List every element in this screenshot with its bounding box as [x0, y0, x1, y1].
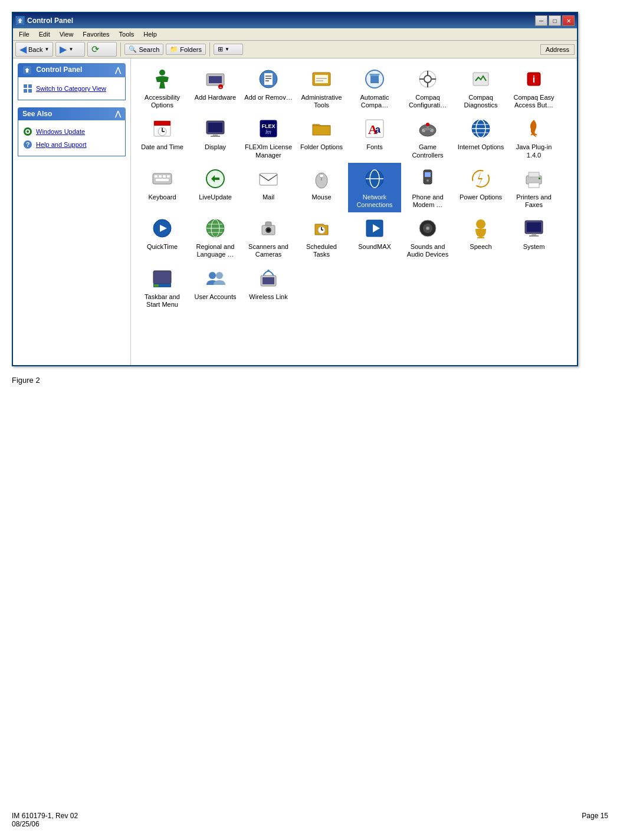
icon-img-16 — [150, 166, 175, 191]
icon-item-keyboard[interactable]: Keyboard — [136, 163, 189, 212]
icon-item-internet-options[interactable]: Internet Options — [454, 113, 507, 162]
svg-rect-58 — [159, 175, 162, 178]
sidebar-panel-2-chevron[interactable]: ⋀ — [115, 110, 121, 118]
icon-item-wireless-link[interactable]: Wireless Link — [242, 262, 295, 312]
menu-file[interactable]: File — [15, 29, 33, 39]
icon-item-soundmax[interactable]: SoundMAX — [348, 212, 401, 262]
icon-item-scheduled-tasks[interactable]: Scheduled Tasks — [295, 212, 348, 262]
forward-button[interactable]: ▶ ▼ — [55, 42, 85, 57]
icon-label-5: Compaq Configurati… — [404, 94, 452, 109]
icon-item-phone-and-modem--[interactable]: Phone and Modem … — [401, 163, 454, 212]
menu-tools[interactable]: Tools — [116, 29, 138, 39]
windows-update-link[interactable]: Windows Update — [23, 125, 120, 138]
views-button[interactable]: ⊞ ▼ — [214, 44, 243, 55]
icon-label-6: Compaq Diagnostics — [457, 94, 505, 109]
icon-item-printers-and-faxes[interactable]: Printers and Faxes — [507, 163, 560, 212]
svg-point-108 — [209, 272, 216, 279]
sidebar-panel-1-chevron[interactable]: ⋀ — [115, 66, 121, 74]
menu-help[interactable]: Help — [140, 29, 160, 39]
icon-item-user-accounts[interactable]: User Accounts — [189, 262, 242, 312]
menu-edit[interactable]: Edit — [35, 29, 54, 39]
menu-bar: File Edit View Favorites Tools Help — [13, 28, 577, 41]
title-bar-controls: ─ □ ✕ — [535, 15, 575, 26]
icon-item-network-connections[interactable]: Network Connections — [348, 163, 401, 212]
title-bar-left: Control Panel — [15, 16, 73, 25]
switch-category-link[interactable]: Switch to Category View — [23, 82, 120, 95]
icon-label-3: Administrative Tools — [297, 94, 346, 109]
icon-label-12: Fonts — [366, 143, 383, 151]
icon-img-1: + — [203, 67, 228, 91]
svg-rect-61 — [156, 179, 169, 181]
svg-rect-57 — [155, 175, 158, 178]
icon-item-administrative-tools[interactable]: Administrative Tools — [295, 63, 348, 113]
svg-rect-107 — [154, 284, 159, 287]
svg-text:lm: lm — [265, 129, 271, 135]
icon-item-automatic-compa-[interactable]: Automatic Compa… — [348, 63, 401, 113]
svg-rect-111 — [263, 277, 274, 284]
icon-label-7: Compaq Easy Access But… — [510, 94, 558, 109]
menu-view[interactable]: View — [56, 29, 77, 39]
icon-img-31 — [521, 216, 546, 241]
icon-item-compaq-diagnostics[interactable]: Compaq Diagnostics — [454, 63, 507, 113]
svg-point-11 — [159, 70, 165, 76]
svg-rect-75 — [529, 172, 539, 177]
close-button[interactable]: ✕ — [562, 15, 575, 26]
maximize-button[interactable]: □ — [549, 15, 561, 26]
icon-label-10: FLEXlm License Manager — [244, 143, 293, 159]
icon-item-flexlm-license-manager[interactable]: FLEXlmFLEXlm License Manager — [242, 113, 295, 162]
sidebar-panel-1-header: Control Panel ⋀ — [18, 63, 126, 77]
icon-item-sounds-and-audio-devices[interactable]: Sounds and Audio Devices — [401, 212, 454, 262]
menu-favorites[interactable]: Favorites — [79, 29, 113, 39]
icon-item-system[interactable]: System — [507, 212, 560, 262]
icon-label-33: User Accounts — [195, 293, 237, 301]
svg-rect-102 — [527, 222, 541, 232]
icon-item-java-plug-in------[interactable]: Java Plug-in 1.4.0 — [507, 113, 560, 162]
folders-button[interactable]: 📁 Folders — [166, 44, 206, 55]
icon-item-accessibility-options[interactable]: Accessibility Options — [136, 63, 189, 113]
icon-item-liveupdate[interactable]: LiveUpdate — [189, 163, 242, 212]
sidebar-panel-2: See Also ⋀ Windows Update — [18, 107, 126, 156]
icon-item-compaq-easy-access-but-[interactable]: iCompaq Easy Access But… — [507, 63, 560, 113]
icon-img-21 — [415, 166, 440, 191]
back-button[interactable]: ◀ Back ▼ — [15, 42, 53, 57]
icon-label-23: Printers and Faxes — [510, 193, 558, 209]
icon-item-fonts[interactable]: AaFonts — [348, 113, 401, 162]
switch-category-icon — [23, 84, 32, 93]
svg-rect-19 — [315, 75, 328, 83]
address-button[interactable]: Address — [540, 44, 575, 55]
icon-img-24 — [150, 216, 175, 241]
search-button[interactable]: 🔍 Search — [124, 44, 163, 55]
control-panel-window: Control Panel ─ □ ✕ File Edit View Favor… — [12, 12, 578, 366]
help-support-link[interactable]: ? Help and Support — [23, 138, 120, 151]
icon-item-display[interactable]: Display — [189, 113, 242, 162]
icon-item-date-and-time[interactable]: Date and Time — [136, 113, 189, 162]
svg-rect-88 — [265, 222, 271, 226]
icon-item-speech[interactable]: Speech — [454, 212, 507, 262]
icon-label-21: Phone and Modem … — [404, 193, 452, 209]
icon-img-23 — [521, 166, 546, 191]
icon-item-add-hardware[interactable]: +Add Hardware — [189, 63, 242, 113]
icon-item-compaq-configurati-[interactable]: Compaq Configurati… — [401, 63, 454, 113]
icon-label-15: Java Plug-in 1.4.0 — [510, 143, 558, 159]
forward-arrow-icon: ▶ — [60, 44, 67, 55]
windows-update-icon — [23, 127, 32, 136]
icon-item-power-options[interactable]: Power Options — [454, 163, 507, 212]
icon-item-quicktime[interactable]: QuickTime — [136, 212, 189, 262]
icon-item-regional-and-language--[interactable]: Regional and Language … — [189, 212, 242, 262]
icon-label-31: System — [523, 243, 545, 251]
icon-item-mouse[interactable]: Mouse — [295, 163, 348, 212]
icon-item-taskbar-and-start-menu[interactable]: Taskbar and Start Menu — [136, 262, 189, 312]
svg-rect-31 — [154, 121, 170, 126]
svg-rect-5 — [28, 89, 32, 93]
icon-label-16: Keyboard — [148, 193, 176, 201]
icon-item-add-or-remov-[interactable]: Add or Remov… — [242, 63, 295, 113]
icon-label-27: Scheduled Tasks — [297, 243, 346, 258]
icon-item-scanners-and-cameras[interactable]: Scanners and Cameras — [242, 212, 295, 262]
forward-dropdown-icon: ▼ — [68, 47, 73, 52]
minimize-button[interactable]: ─ — [535, 15, 547, 26]
footer: IM 610179-1, Rev 02 08/25/06 Page 15 — [12, 812, 608, 828]
icon-item-mail[interactable]: Mail — [242, 163, 295, 212]
refresh-button[interactable]: ⟳ — [87, 42, 117, 57]
icon-item-folder-options[interactable]: Folder Options — [295, 113, 348, 162]
icon-item-game-controllers[interactable]: Game Controllers — [401, 113, 454, 162]
